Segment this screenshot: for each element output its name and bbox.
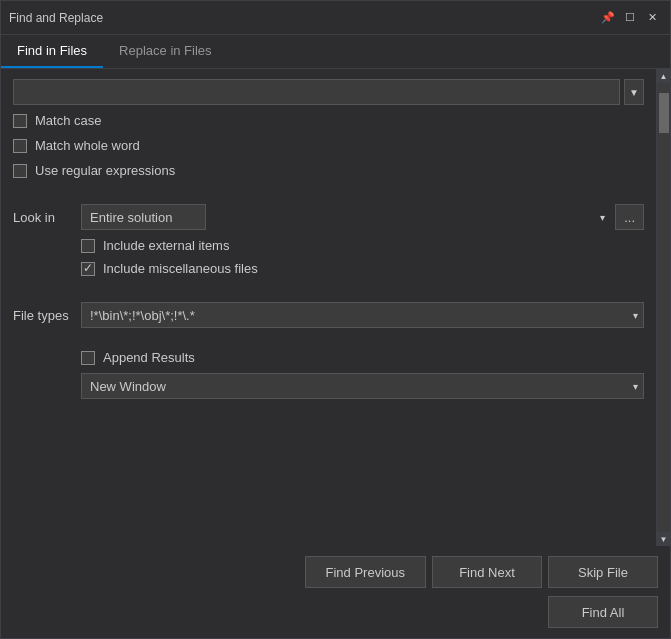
tabs-bar: Find in Files Replace in Files [1, 35, 670, 69]
restore-button[interactable]: ☐ [620, 8, 640, 28]
append-results-label: Append Results [103, 350, 195, 365]
find-previous-button[interactable]: Find Previous [305, 556, 426, 588]
find-all-button[interactable]: Find All [548, 596, 658, 628]
append-results-row: Append Results [81, 348, 644, 367]
use-regex-checkbox[interactable] [13, 164, 27, 178]
include-external-label: Include external items [103, 238, 229, 253]
skip-file-button[interactable]: Skip File [548, 556, 658, 588]
file-types-input-wrapper [81, 302, 644, 328]
result-window-section: New Window Existing Window [13, 373, 644, 399]
scrollbar: ▲ ▼ [656, 69, 670, 546]
look-in-row: Look in Entire solution Current Project … [13, 204, 644, 230]
search-input[interactable] [13, 79, 620, 105]
title-controls: 📌 ☐ ✕ [598, 8, 662, 28]
content-area: ▼ Match case Match whole word Use regula… [1, 69, 670, 546]
pin-button[interactable]: 📌 [598, 8, 618, 28]
tab-replace-in-files[interactable]: Replace in Files [103, 35, 228, 68]
look-in-browse-button[interactable]: ... [615, 204, 644, 230]
match-whole-word-label: Match whole word [35, 138, 140, 153]
match-case-row: Match case [13, 111, 644, 130]
window-title: Find and Replace [9, 11, 103, 25]
scroll-track[interactable] [657, 83, 671, 532]
look-in-label: Look in [13, 210, 73, 225]
append-results-checkbox[interactable] [81, 351, 95, 365]
look-in-combo: Entire solution Current Project Current … [81, 204, 644, 230]
match-whole-word-row: Match whole word [13, 136, 644, 155]
search-dropdown-arrow[interactable]: ▼ [624, 79, 644, 105]
file-types-input[interactable] [81, 302, 644, 328]
close-button[interactable]: ✕ [642, 8, 662, 28]
scroll-thumb[interactable] [659, 93, 669, 133]
file-types-label: File types [13, 308, 73, 323]
match-whole-word-checkbox[interactable] [13, 139, 27, 153]
find-replace-window: Find and Replace 📌 ☐ ✕ Find in Files Rep… [0, 0, 671, 639]
use-regex-row: Use regular expressions [13, 161, 644, 180]
include-misc-row: Include miscellaneous files [81, 259, 644, 278]
buttons-area: Find Previous Find Next Skip File Find A… [1, 546, 670, 638]
append-results-section: Append Results [13, 348, 644, 367]
match-case-label: Match case [35, 113, 101, 128]
result-window-combo-wrapper: New Window Existing Window [81, 373, 644, 399]
result-window-select[interactable]: New Window Existing Window [81, 373, 644, 399]
indent-checkboxes: Include external items Include miscellan… [13, 236, 644, 278]
search-row: ▼ [13, 79, 644, 105]
scroll-up-arrow[interactable]: ▲ [657, 69, 671, 83]
include-external-row: Include external items [81, 236, 644, 255]
include-external-checkbox[interactable] [81, 239, 95, 253]
find-next-button[interactable]: Find Next [432, 556, 542, 588]
include-misc-label: Include miscellaneous files [103, 261, 258, 276]
use-regex-label: Use regular expressions [35, 163, 175, 178]
title-bar: Find and Replace 📌 ☐ ✕ [1, 1, 670, 35]
include-misc-checkbox[interactable] [81, 262, 95, 276]
file-types-row: File types [13, 302, 644, 328]
scroll-down-arrow[interactable]: ▼ [657, 532, 671, 546]
match-case-checkbox[interactable] [13, 114, 27, 128]
main-panel: ▼ Match case Match whole word Use regula… [1, 69, 656, 546]
main-buttons-row: Find Previous Find Next Skip File [13, 556, 658, 588]
look-in-select[interactable]: Entire solution Current Project Current … [81, 204, 206, 230]
tab-find-in-files[interactable]: Find in Files [1, 35, 103, 68]
look-in-select-wrapper: Entire solution Current Project Current … [81, 204, 611, 230]
find-all-row: Find All [13, 596, 658, 628]
